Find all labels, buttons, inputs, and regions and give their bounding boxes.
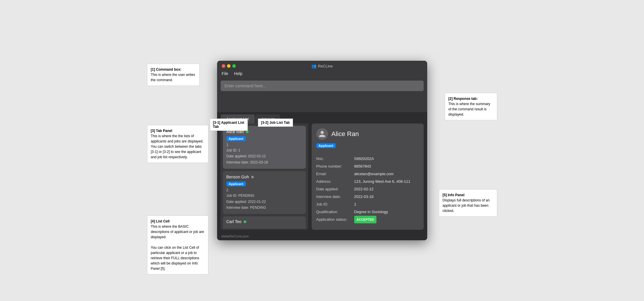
list-item-benson[interactable]: Benson Goh Applicant 2. Job ID: PENDING … [223,171,306,214]
info-field-email: Email: alicetan@example.com [316,170,419,178]
info-panel: Alice Ran Applicant Nric: S9920202A Phon… [312,123,424,230]
app-icon: 👥 [311,64,316,68]
tab-panel: Applicant List Job List [217,112,427,123]
annotation-1: [1] Command box: This is where the user … [147,64,200,86]
cell-header-benson: Benson Goh [226,175,302,179]
status-dot-carl [244,220,246,223]
info-avatar [316,128,328,140]
response-area [217,95,427,112]
annotation-5: [5] Info Panel Displays full description… [439,189,497,217]
info-field-status: Application status: ACCEPTED [316,216,419,225]
menu-help[interactable]: Help [234,71,242,76]
command-input[interactable] [221,81,424,91]
annotation-2: [2] Response tab: This is where the summ… [445,93,497,120]
cell-detail-alice: Job ID: 1 Date applied: 2022-02-12 Inter… [226,147,302,165]
applicant-list-panel: Alice Ran Applicant 1. Job ID: 1 Date ap… [221,123,308,230]
minimize-button[interactable] [227,64,231,68]
info-field-nric: Nric: S9920202A [316,155,419,163]
maximize-button[interactable] [232,64,236,68]
app-window: 👥 ReCLine File Help Applicant List Job L… [217,61,427,240]
menu-bar: File Help [217,70,427,78]
cell-detail-benson: Job ID: PENDING Date applied: 2022-01-22… [226,193,302,210]
annotation-3: [3] Tab Panel This is where the the list… [147,125,208,163]
annotation-3-1: [3-1] Applicant List Tab [210,119,248,131]
status-bar: ./data/ReCLine.json [217,233,427,240]
annotation-3-2: [3-2] Job List Tab [258,119,293,127]
main-content: Alice Ran Applicant 1. Job ID: 1 Date ap… [217,123,427,233]
list-item-alice[interactable]: Alice Ran Applicant 1. Job ID: 1 Date ap… [223,126,306,169]
annotation-4: [4] List Cell This is where the BASIC de… [147,215,208,274]
title-bar: 👥 ReCLine [217,61,427,70]
status-dot-benson [251,176,254,178]
info-field-qualification: Qualification: Degree in Sociology [316,208,419,216]
info-header: Alice Ran [316,128,419,140]
info-field-date-applied: Date applied: 2022-02-12 [316,185,419,193]
command-area [217,78,427,95]
info-field-interview-date: Interview date: 2022-03-18 [316,193,419,201]
info-field-phone: Phone number: 98567843 [316,163,419,170]
info-field-address: Address: 123, Jurong West Ave 6, #08-111 [316,178,419,185]
tab-bar: Applicant List Job List [221,112,424,123]
info-fields: Nric: S9920202A Phone number: 98567843 E… [316,155,419,225]
window-title: 👥 ReCLine [311,64,333,68]
menu-file[interactable]: File [222,71,228,76]
traffic-lights [222,64,236,68]
close-button[interactable] [222,64,225,68]
list-item-carl[interactable]: Carl Teo [223,216,306,229]
cell-header-carl: Carl Teo [226,219,302,224]
info-field-job-id: Job ID: 1 [316,201,419,208]
